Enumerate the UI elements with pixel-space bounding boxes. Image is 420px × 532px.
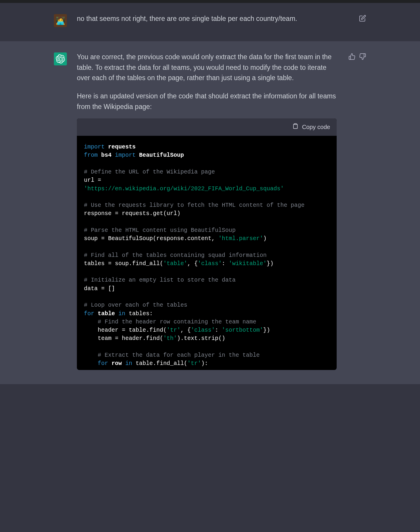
copy-code-label: Copy code bbox=[302, 123, 330, 132]
user-message-row: 🧑‍💻 no that seems not right, there are o… bbox=[0, 3, 420, 41]
id-bs4: bs4 bbox=[101, 152, 112, 158]
assistant-message-row: You are correct, the previous code would… bbox=[0, 41, 420, 384]
comment-line: # Initialize an empty list to store the … bbox=[84, 277, 236, 283]
svg-rect-0 bbox=[295, 124, 297, 125]
window-top-border bbox=[0, 0, 420, 3]
comment-line: # Loop over each of the tables bbox=[84, 302, 187, 308]
kw-from: from bbox=[84, 152, 98, 158]
string-literal: 'th' bbox=[163, 335, 177, 342]
user-message-text: no that seems not right, there are one s… bbox=[77, 14, 336, 24]
id-row: row bbox=[112, 360, 122, 367]
code-line: url = bbox=[84, 177, 101, 184]
code-line: header = table.find( bbox=[98, 327, 167, 333]
comment-line: # Extract the data for each player in th… bbox=[98, 352, 260, 358]
string-literal: 'class' bbox=[198, 260, 222, 267]
code-line: tables = soup.find_all( bbox=[84, 260, 163, 267]
code-line: ): bbox=[201, 360, 208, 367]
comment-line: # Use the requests library to fetch the … bbox=[84, 202, 305, 209]
code-body[interactable]: import requests from bs4 import Beautifu… bbox=[77, 136, 337, 370]
kw-import2: import bbox=[115, 152, 135, 158]
code-line: }) bbox=[267, 260, 273, 267]
assistant-message-text: You are correct, the previous code would… bbox=[77, 52, 336, 112]
code-line: , { bbox=[187, 260, 198, 267]
code-line: ).text.strip() bbox=[177, 335, 225, 342]
id-tables: tables: bbox=[129, 310, 153, 317]
comment-line: # Define the URL of the Wikipedia page bbox=[84, 169, 215, 175]
kw-in: in bbox=[118, 310, 125, 317]
string-literal: 'wikitable' bbox=[229, 260, 267, 267]
edit-icon[interactable] bbox=[359, 15, 366, 22]
comment-line: # Find all of the tables containing squa… bbox=[84, 252, 267, 259]
code-line: table.find_all( bbox=[136, 360, 188, 367]
code-header: Copy code bbox=[77, 118, 337, 136]
kw-for: for bbox=[98, 360, 108, 367]
code-line: soup = BeautifulSoup(response.content, bbox=[84, 235, 218, 242]
assistant-avatar bbox=[54, 52, 67, 65]
user-avatar: 🧑‍💻 bbox=[54, 14, 67, 27]
id-requests: requests bbox=[108, 144, 136, 150]
code-block: Copy code import requests from bs4 impor… bbox=[77, 118, 337, 370]
code-line: team = header.find( bbox=[98, 335, 163, 342]
code-line: , { bbox=[181, 327, 191, 333]
string-literal: 'https://en.wikipedia.org/wiki/2022_FIFA… bbox=[84, 186, 284, 192]
thumbs-up-icon[interactable] bbox=[348, 53, 355, 60]
assistant-para-1: You are correct, the previous code would… bbox=[77, 52, 336, 83]
code-line: : bbox=[215, 327, 222, 333]
code-line: : bbox=[222, 260, 229, 267]
copy-code-button[interactable]: Copy code bbox=[292, 123, 330, 132]
string-literal: 'class' bbox=[191, 327, 215, 333]
clipboard-icon bbox=[292, 123, 298, 132]
kw-import: import bbox=[84, 144, 105, 150]
string-literal: 'tr' bbox=[167, 327, 181, 333]
id-beautifulsoup: BeautifulSoup bbox=[139, 152, 184, 158]
thumbs-down-icon[interactable] bbox=[359, 53, 366, 60]
id-table: table bbox=[98, 310, 115, 317]
code-line: ) bbox=[263, 235, 267, 242]
kw-for: for bbox=[84, 310, 94, 317]
kw-in: in bbox=[125, 360, 132, 367]
comment-line: # Parse the HTML content using Beautiful… bbox=[84, 227, 236, 234]
code-line: }) bbox=[263, 327, 270, 333]
code-line: response = requests.get(url) bbox=[84, 210, 181, 217]
comment-line: # Find the header row containing the tea… bbox=[98, 319, 256, 325]
code-line: data = [] bbox=[84, 285, 115, 292]
string-literal: 'html.parser' bbox=[218, 235, 263, 242]
assistant-para-2: Here is an updated version of the code t… bbox=[77, 91, 336, 112]
string-literal: 'tr' bbox=[187, 360, 201, 367]
string-literal: 'sortbottom' bbox=[222, 327, 263, 333]
string-literal: 'table' bbox=[163, 260, 187, 267]
